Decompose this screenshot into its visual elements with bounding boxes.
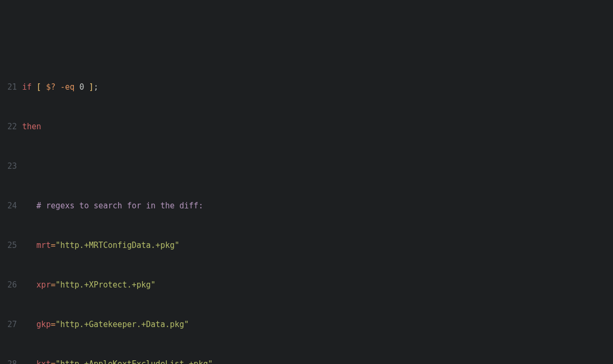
- assign: =: [51, 320, 55, 329]
- code-line: 25 mrt="http.+MRTConfigData.+pkg": [0, 239, 613, 252]
- var-name: gkp: [36, 320, 51, 329]
- code-line: 24 # regexs to search for in the diff:: [0, 199, 613, 213]
- string-literal: "http.+MRTConfigData.+pkg": [55, 241, 179, 250]
- comment: # regexs to search for in the diff:: [36, 201, 203, 210]
- bracket-open: [: [36, 82, 41, 92]
- code-editor[interactable]: 21if [ $? -eq 0 ]; 22then 23 24 # regexs…: [0, 54, 613, 364]
- line-number: 28: [0, 358, 22, 364]
- semicolon: ;: [93, 82, 98, 92]
- code-line: 28 kxt="http.+AppleKextExcludeList.+pkg": [0, 358, 613, 364]
- var-name: mrt: [36, 241, 51, 250]
- line-number: 21: [0, 81, 22, 94]
- keyword-then: then: [22, 122, 41, 131]
- code-line: 22then: [0, 120, 613, 133]
- line-number: 24: [0, 199, 22, 213]
- keyword-if: if: [22, 82, 32, 92]
- code-line: 21if [ $? -eq 0 ];: [0, 81, 613, 94]
- var-name: kxt: [36, 359, 51, 364]
- var-name: xpr: [36, 280, 51, 290]
- string-literal: "http.+Gatekeeper.+Data.pkg": [55, 320, 189, 329]
- line-number: 26: [0, 279, 22, 292]
- string-literal: "http.+AppleKextExcludeList.+pkg": [55, 359, 213, 364]
- code-line: 26 xpr="http.+XProtect.+pkg": [0, 279, 613, 292]
- op-eq: -eq: [60, 82, 74, 92]
- line-number: 23: [0, 160, 22, 173]
- string-literal: "http.+XProtect.+pkg": [55, 280, 156, 290]
- line-number: 27: [0, 318, 22, 331]
- assign: =: [51, 241, 55, 250]
- assign: =: [51, 359, 55, 364]
- line-number: 22: [0, 120, 22, 133]
- code-line: 23: [0, 160, 613, 173]
- var-exit-status: $?: [46, 82, 55, 92]
- assign: =: [51, 280, 55, 290]
- code-line: 27 gkp="http.+Gatekeeper.+Data.pkg": [0, 318, 613, 331]
- line-number: 25: [0, 239, 22, 252]
